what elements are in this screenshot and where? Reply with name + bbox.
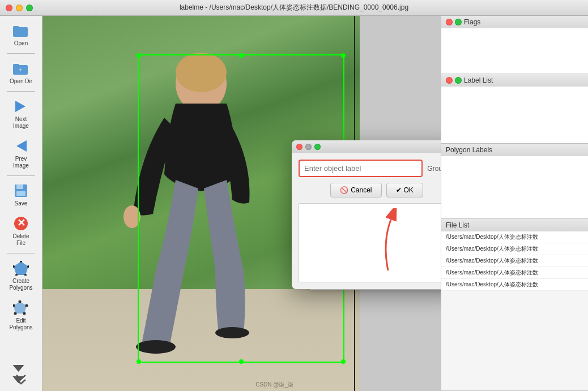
separator-4 [7, 253, 35, 253]
dialog-close-button[interactable] [296, 144, 302, 150]
svg-text:✕: ✕ [17, 217, 25, 229]
dialog-input-row: Group ID [299, 160, 441, 177]
file-list-body: /Users/mac/Desktop/人体姿态标注数 /Users/mac/De… [441, 231, 588, 291]
separator-2 [7, 91, 35, 92]
dialog-min-button[interactable] [305, 144, 312, 150]
create-polygons-icon [12, 260, 29, 277]
dialog-content: Group ID 🚫 Cancel ✔ OK [292, 153, 441, 289]
next-image-label: NextImage [13, 116, 29, 130]
prev-image-label: PrevImage [13, 156, 29, 169]
ok-button[interactable]: ✔ OK [386, 183, 423, 197]
open-dir-icon: + [12, 60, 29, 77]
dialog-buttons: 🚫 Cancel ✔ OK [299, 183, 441, 197]
file-list-section: File List /Users/mac/Desktop/人体姿态标注数 /Us… [441, 219, 588, 391]
file-list-item[interactable]: /Users/mac/Desktop/人体姿态标注数 [441, 279, 588, 291]
window-title: labelme - /Users/mac/Desktop/人体姿态标注数据/BE… [180, 3, 408, 12]
open-icon [12, 22, 29, 39]
delete-label: DeleteFile [13, 233, 29, 247]
close-button[interactable] [6, 5, 12, 11]
polygon-labels-label: Polygon Labels [446, 146, 492, 154]
dialog-max-button[interactable] [314, 144, 321, 150]
dialog-overlay: Group ID 🚫 Cancel ✔ OK [292, 140, 441, 289]
polygon-labels-section: Polygon Labels [441, 144, 588, 219]
polygon-labels-body [441, 156, 588, 218]
label-list-header: Label List [441, 74, 588, 87]
flags-header: Flags [441, 16, 588, 28]
edit-polygons-icon [12, 299, 29, 316]
file-list-item[interactable]: /Users/mac/Desktop/人体姿态标注数 [441, 231, 588, 243]
label-list-restore-btn[interactable] [455, 77, 462, 84]
dialog-titlebar [292, 140, 441, 153]
svg-marker-6 [16, 140, 27, 152]
prev-image-button[interactable]: PrevImage [4, 135, 38, 172]
right-panel: Flags Label List Polygon Labels File Lis… [441, 16, 588, 391]
file-list-item[interactable]: /Users/mac/Desktop/人体姿态标注数 [441, 267, 588, 279]
group-id-label: Group ID [427, 165, 441, 173]
file-list-label: File List [446, 221, 469, 229]
flags-label: Flags [464, 18, 480, 26]
svg-point-29 [176, 53, 227, 92]
app-body: Open + Open Dir NextImage [0, 16, 588, 391]
polygon-labels-header: Polygon Labels [441, 144, 588, 156]
file-list-item[interactable]: /Users/mac/Desktop/人体姿态标注数 [441, 255, 588, 267]
svg-point-21 [23, 312, 26, 315]
save-button[interactable]: Save [4, 179, 38, 210]
label-list-label: Label List [464, 76, 493, 84]
double-chevron-down [14, 374, 28, 388]
dialog-label-area [299, 203, 441, 282]
svg-rect-9 [16, 191, 25, 196]
svg-point-20 [25, 304, 28, 307]
svg-point-32 [123, 205, 140, 228]
svg-rect-3 [13, 64, 19, 67]
label-list-section: Label List [441, 74, 588, 144]
svg-rect-8 [16, 184, 23, 189]
separator-1 [7, 53, 35, 54]
svg-rect-1 [13, 26, 19, 29]
toolbar: Open + Open Dir NextImage [0, 16, 42, 391]
cancel-button[interactable]: 🚫 Cancel [330, 183, 381, 197]
open-label: Open [14, 40, 28, 47]
minimize-button[interactable] [16, 5, 23, 11]
svg-marker-12 [14, 261, 28, 275]
flags-body [441, 28, 588, 74]
canvas-area[interactable]: Group ID 🚫 Cancel ✔ OK [42, 16, 441, 391]
delete-icon: ✕ [12, 215, 29, 232]
file-list-header: File List [441, 219, 588, 231]
flags-restore-btn[interactable] [455, 19, 462, 25]
next-image-icon [12, 98, 29, 115]
label-list-body [441, 87, 588, 143]
label-list-close-btn[interactable] [446, 77, 453, 84]
label-input[interactable] [299, 160, 423, 177]
svg-point-30 [136, 340, 176, 354]
open-dir-button[interactable]: + Open Dir [4, 57, 38, 88]
maximize-button[interactable] [26, 5, 33, 11]
svg-text:+: + [19, 67, 22, 73]
open-button[interactable]: Open [4, 19, 38, 50]
open-dir-label: Open Dir [10, 78, 32, 85]
flags-close-btn[interactable] [446, 19, 453, 25]
titlebar: labelme - /Users/mac/Desktop/人体姿态标注数据/BE… [0, 0, 588, 16]
create-polygons-button[interactable]: CreatePolygons [4, 257, 38, 294]
save-icon [12, 182, 29, 199]
label-dialog: Group ID 🚫 Cancel ✔ OK [292, 140, 441, 289]
create-polygons-label: CreatePolygons [9, 278, 32, 291]
separator-3 [7, 175, 35, 176]
svg-marker-5 [15, 101, 25, 112]
cancel-label: Cancel [351, 186, 372, 194]
edit-polygons-button[interactable]: EditPolygons [4, 297, 38, 334]
svg-point-31 [215, 327, 249, 338]
svg-point-22 [14, 312, 17, 315]
ok-icon: ✔ [396, 186, 402, 194]
file-list-item[interactable]: /Users/mac/Desktop/人体姿态标注数 [441, 243, 588, 255]
save-label: Save [15, 200, 28, 207]
flags-section: Flags [441, 16, 588, 74]
titlebar-buttons [6, 5, 33, 11]
delete-file-button[interactable]: ✕ DeleteFile [4, 212, 38, 250]
prev-image-icon [12, 138, 29, 154]
ok-label: OK [404, 186, 414, 194]
watermark: CSDN @柒_柒 [255, 381, 293, 389]
next-image-button[interactable]: NextImage [4, 95, 38, 132]
edit-polygons-label: EditPolygons [9, 317, 32, 331]
svg-marker-18 [14, 302, 27, 313]
cancel-icon: 🚫 [340, 186, 348, 194]
